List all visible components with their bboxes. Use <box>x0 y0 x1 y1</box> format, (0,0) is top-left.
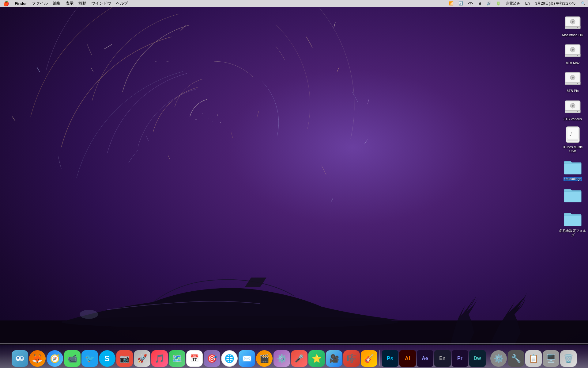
dock-item-garageband[interactable]: 🎸 <box>361 350 377 367</box>
dock-item-app7[interactable]: 🖥️ <box>543 350 559 367</box>
dock-item-illustrator[interactable]: Ai <box>399 350 416 367</box>
dock-item-photoshop[interactable]: Ps <box>382 350 398 367</box>
svg-line-13 <box>368 99 369 104</box>
svg-point-38 <box>572 77 574 79</box>
svg-rect-20 <box>0 320 588 345</box>
dock-item-maps[interactable]: 🗺️ <box>169 350 185 367</box>
app-name[interactable]: Finder <box>12 0 29 7</box>
menu-file[interactable]: ファイル <box>29 0 50 7</box>
harddrive-8tb-mov-icon <box>563 41 582 60</box>
dock-item-imovie[interactable]: 🎥 <box>326 350 342 367</box>
svg-text:♪: ♪ <box>569 129 573 138</box>
dock-item-app6[interactable]: 📋 <box>525 350 542 367</box>
display-icon[interactable]: 🖥 <box>476 0 484 7</box>
dock-item-photo[interactable]: 📷 <box>116 350 133 367</box>
desktop-icon-8tb-pic[interactable]: 8TB Pic <box>558 67 587 94</box>
dock-item-calendar[interactable]: 📅 <box>186 350 203 367</box>
svg-line-12 <box>257 111 259 117</box>
desktop-icon-8tb-various[interactable]: 8TB Various <box>558 96 587 122</box>
svg-line-1 <box>181 25 186 31</box>
dock-item-app1[interactable]: ⚙️ <box>273 350 290 367</box>
desktop: 🍎 Finder ファイル 編集 表示 移動 ウインドウ ヘルプ 📶 🔄 </>… <box>0 0 588 368</box>
sync-icon[interactable]: 🔄 <box>456 0 466 7</box>
menu-window[interactable]: ウインドウ <box>89 0 114 7</box>
icon-label-8tb-mov: 8TB Mov <box>566 61 579 65</box>
harddrive-icon <box>563 13 582 33</box>
wifi-icon[interactable]: 📶 <box>447 0 456 7</box>
dock-item-launchpad[interactable]: 🚀 <box>134 350 150 367</box>
harddrive-itunes-icon: ♪ <box>563 125 582 144</box>
svg-point-53 <box>17 357 19 359</box>
volume-icon[interactable]: 🔊 <box>484 0 494 7</box>
menu-view[interactable]: 表示 <box>63 0 76 7</box>
dock-item-vlc[interactable]: 🎬 <box>256 350 273 367</box>
dock-item-firefox[interactable]: 🦊 <box>29 350 46 367</box>
svg-point-17 <box>217 115 218 116</box>
dock-item-encoder[interactable]: En <box>434 350 451 367</box>
dock-item-premiere[interactable]: Pr <box>452 350 468 367</box>
dock-item-syspref[interactable]: ⚙️ <box>490 350 507 367</box>
dock-item-skype[interactable]: S <box>99 350 115 367</box>
dock-inner: 🦊 🧭 📹 🐦 <box>9 350 579 367</box>
icon-label-8tb-pic: 8TB Pic <box>567 89 579 93</box>
svg-point-34 <box>577 55 578 56</box>
search-icon[interactable]: 🔍 <box>579 0 588 7</box>
icon-label-macintosh-hd: Macintosh HD <box>562 33 583 37</box>
desktop-icon-unnamed-folder[interactable]: 名称未設定フォルダ <box>558 207 587 238</box>
dock-item-mail[interactable]: ✉️ <box>239 350 255 367</box>
menu-help[interactable]: ヘルプ <box>114 0 130 7</box>
dock-separator-2 <box>488 350 488 366</box>
svg-point-22 <box>80 310 98 319</box>
svg-line-6 <box>12 117 15 121</box>
dev-tools-icon[interactable]: </> <box>466 0 476 7</box>
battery-icon[interactable]: 🔋 <box>494 0 503 7</box>
desktop-icon-itunes-music-usb[interactable]: ♪ iTunes Music USB <box>558 124 587 154</box>
tree-silhouette <box>435 284 527 345</box>
clock[interactable]: 3月29日(金) 午前3:27:46 <box>532 1 579 6</box>
svg-point-32 <box>572 49 574 51</box>
desktop-icon-folder2[interactable] <box>558 183 587 206</box>
svg-line-11 <box>231 132 233 138</box>
dock-item-app4[interactable]: 🎼 <box>343 350 360 367</box>
svg-point-15 <box>202 113 202 114</box>
dock-item-trash[interactable]: 🗑️ <box>560 350 577 367</box>
dock-item-app5[interactable]: 🔧 <box>508 350 524 367</box>
desktop-icon-8tb-mov[interactable]: 8TB Mov <box>558 40 587 66</box>
svg-point-54 <box>21 357 23 359</box>
menubar: 🍎 Finder ファイル 編集 表示 移動 ウインドウ ヘルプ 📶 🔄 </>… <box>0 0 588 7</box>
menu-edit[interactable]: 編集 <box>50 0 63 7</box>
dock-item-aftereffects[interactable]: Ae <box>417 350 433 367</box>
svg-point-46 <box>577 111 578 112</box>
dock-item-safari[interactable]: 🧭 <box>47 350 63 367</box>
svg-line-7 <box>146 136 149 141</box>
dock-item-app3[interactable]: ⭐ <box>308 350 325 367</box>
svg-rect-27 <box>565 26 580 29</box>
dock-item-dreamweaver[interactable]: Dw <box>469 350 486 367</box>
desktop-icon-uploadings[interactable]: Uploadings <box>558 155 587 182</box>
menu-go[interactable]: 移動 <box>76 0 89 7</box>
dock-item-twitter[interactable]: 🐦 <box>81 350 98 367</box>
svg-line-8 <box>168 155 170 159</box>
harddrive-8tb-pic-icon <box>563 69 582 88</box>
dock-item-chrome[interactable]: 🌐 <box>221 350 238 367</box>
star-trails-bg <box>0 0 588 368</box>
svg-point-18 <box>213 121 213 121</box>
svg-rect-45 <box>565 110 580 113</box>
dock-separator <box>379 350 380 366</box>
svg-rect-50 <box>567 140 578 141</box>
dock-item-facetime[interactable]: 📹 <box>64 350 81 367</box>
svg-line-5 <box>364 140 368 144</box>
dock-item-itunes[interactable]: 🎵 <box>151 350 168 367</box>
folder-uploadings-icon <box>563 157 582 176</box>
dock-item-finder[interactable] <box>12 350 28 367</box>
dock-item-alfred[interactable]: 🎯 <box>204 350 220 367</box>
dock-item-app2[interactable]: 🎤 <box>291 350 307 367</box>
icon-label-unnamed-folder: 名称未設定フォルダ <box>559 229 586 237</box>
svg-line-0 <box>104 44 112 49</box>
svg-point-40 <box>577 83 578 84</box>
apple-menu[interactable]: 🍎 <box>0 1 12 6</box>
desktop-icon-macintosh-hd[interactable]: Macintosh HD <box>558 12 587 38</box>
input-method[interactable]: En <box>523 0 532 7</box>
battery-label: 充電済み <box>503 0 523 7</box>
svg-point-21 <box>61 316 398 328</box>
